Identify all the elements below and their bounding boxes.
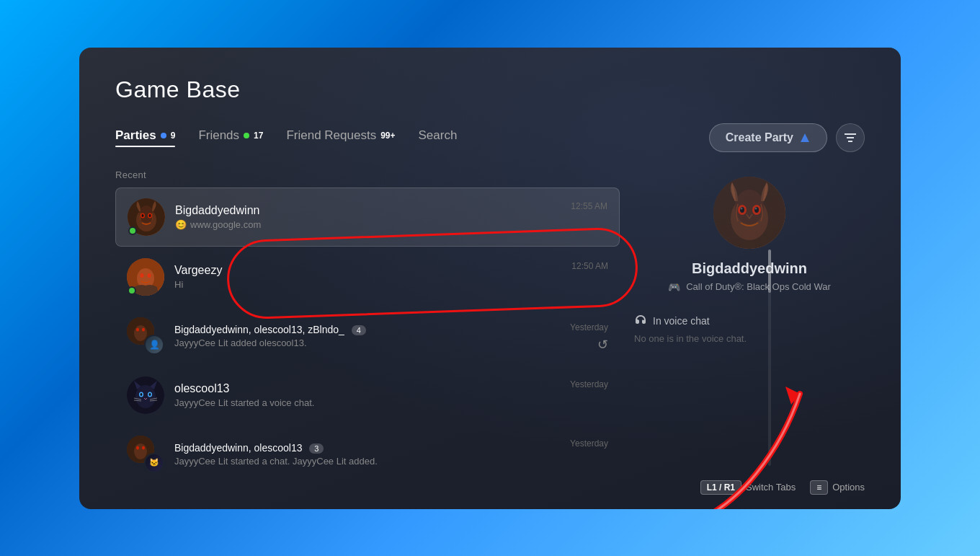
chat-time-2: 12:50 AM bbox=[571, 258, 608, 271]
avatar-wrap-3: 👤 bbox=[127, 317, 164, 355]
right-panel: Bigdaddyedwinn 🎮 Call of Duty®: Black Op… bbox=[634, 169, 865, 501]
svg-point-9 bbox=[142, 214, 144, 217]
chat-url-1: www.google.com bbox=[190, 219, 261, 230]
filter-icon bbox=[843, 131, 858, 145]
tab-friend-requests-label: Friend Requests bbox=[286, 128, 376, 143]
avatar-group2-sub: 🐱 bbox=[144, 453, 164, 473]
chat-name-3: Bigdaddyedwinn, olescool13, zBlndo_ 4 bbox=[174, 324, 563, 335]
chat-preview-3: JayyyCee Lit added olescool13. bbox=[174, 337, 307, 348]
chat-time-5: Yesterday bbox=[570, 436, 608, 449]
svg-point-14 bbox=[148, 273, 151, 278]
chat-right-3: Yesterday ↺ bbox=[563, 319, 608, 353]
chat-sub-3: JayyyCee Lit added olescool13. bbox=[174, 337, 563, 348]
svg-point-43 bbox=[755, 207, 757, 209]
chat-list: Bigdaddyedwinn 😊 www.google.com 12:55 AM bbox=[115, 187, 620, 483]
tab-search[interactable]: Search bbox=[419, 128, 458, 147]
left-panel: Recent bbox=[115, 169, 634, 501]
tab-parties-label: Parties bbox=[115, 128, 156, 143]
voice-header: In voice chat bbox=[634, 314, 865, 327]
badge-4: 4 bbox=[352, 325, 366, 335]
chat-sub-1: 😊 www.google.com bbox=[175, 219, 564, 230]
chat-preview-5: JayyyCee Lit started a chat. JayyyCee Li… bbox=[174, 456, 378, 467]
voice-header-text: In voice chat bbox=[653, 315, 710, 327]
game-controller-icon: 🎮 bbox=[668, 281, 680, 293]
tabs-right: Create Party bbox=[709, 123, 865, 152]
chat-sub-5: JayyyCee Lit started a chat. JayyyCee Li… bbox=[174, 456, 563, 467]
chat-info-4: olescool13 JayyyCee Lit started a voice … bbox=[174, 382, 563, 408]
refresh-icon: ↺ bbox=[597, 337, 608, 353]
chat-name-1: Bigdaddyedwinn bbox=[175, 204, 564, 217]
switch-tabs-label: Switch Tabs bbox=[746, 482, 796, 493]
friends-badge: 17 bbox=[254, 131, 263, 141]
create-party-button[interactable]: Create Party bbox=[709, 123, 827, 152]
chat-time-4: Yesterday bbox=[570, 376, 608, 389]
friends-dot bbox=[244, 133, 249, 138]
cat-avatar-svg bbox=[127, 376, 164, 414]
tab-friend-requests[interactable]: Friend Requests 99+ bbox=[286, 128, 395, 147]
tab-friends-label: Friends bbox=[198, 128, 239, 143]
svg-point-32 bbox=[134, 444, 147, 459]
emoji-icon-1: 😊 bbox=[175, 219, 187, 230]
chat-item-group1[interactable]: 👤 Bigdaddyedwinn, olescool13, zBlndo_ 4 … bbox=[115, 307, 620, 365]
profile-avatar bbox=[713, 177, 785, 249]
chat-item-group2[interactable]: 🐱 Bigdaddyedwinn, olescool13 3 JayyyCee … bbox=[115, 425, 620, 483]
recent-label: Recent bbox=[115, 169, 620, 180]
content-area: Recent bbox=[115, 169, 865, 501]
options-badge: ≡ bbox=[810, 480, 828, 495]
chat-item-olescool13[interactable]: olescool13 JayyyCee Lit started a voice … bbox=[115, 366, 620, 424]
chat-item-bigdaddyedwinn[interactable]: Bigdaddyedwinn 😊 www.google.com 12:55 AM bbox=[115, 187, 620, 247]
avatar-wrap-4 bbox=[127, 376, 164, 414]
status-dot-2 bbox=[128, 286, 136, 295]
svg-marker-0 bbox=[801, 133, 809, 142]
friend-requests-badge: 99+ bbox=[380, 131, 395, 141]
create-party-label: Create Party bbox=[726, 131, 793, 144]
svg-point-34 bbox=[142, 446, 145, 449]
tabs-left: Parties 9 Friends 17 Friend Requests 99+… bbox=[115, 128, 457, 147]
main-panel: Game Base Parties 9 Friends 17 Friend Re… bbox=[79, 48, 901, 509]
chat-sub-2: Hi bbox=[174, 279, 564, 290]
chat-info-2: Vargeezy Hi bbox=[174, 264, 564, 290]
voice-section: In voice chat No one is in the voice cha… bbox=[634, 314, 865, 344]
filter-button[interactable] bbox=[836, 123, 865, 152]
avatar-wrap-2 bbox=[127, 258, 164, 296]
chat-name-5: Bigdaddyedwinn, olescool13 3 bbox=[174, 442, 563, 454]
status-dot-1 bbox=[128, 226, 137, 235]
avatar-group-sub: 👤 bbox=[144, 335, 164, 355]
profile-game: 🎮 Call of Duty®: Black Ops Cold War bbox=[668, 281, 831, 293]
svg-point-33 bbox=[136, 446, 139, 449]
chat-preview-4: JayyyCee Lit started a voice chat. bbox=[174, 397, 314, 408]
avatar-olescool bbox=[127, 376, 164, 414]
chat-time-3: Yesterday bbox=[570, 319, 608, 332]
chat-name-4: olescool13 bbox=[174, 382, 563, 395]
tab-friends[interactable]: Friends 17 bbox=[198, 128, 263, 147]
chat-name-2: Vargeezy bbox=[174, 264, 564, 277]
lr-badge: L1 / R1 bbox=[700, 480, 741, 495]
game-name: Call of Duty®: Black Ops Cold War bbox=[686, 281, 831, 292]
options-label: Options bbox=[832, 482, 865, 493]
svg-point-22 bbox=[135, 385, 156, 408]
chat-preview-2: Hi bbox=[174, 279, 183, 290]
chat-item-vargeezy[interactable]: Vargeezy Hi 12:50 AM bbox=[115, 248, 620, 306]
page-title: Game Base bbox=[115, 76, 865, 103]
svg-point-10 bbox=[149, 214, 151, 217]
chat-info-5: Bigdaddyedwinn, olescool13 3 JayyyCee Li… bbox=[174, 442, 563, 467]
triangle-icon bbox=[799, 132, 811, 144]
avatar-wrap-1 bbox=[128, 198, 165, 236]
parties-dot bbox=[161, 133, 166, 138]
chat-sub-4: JayyyCee Lit started a voice chat. bbox=[174, 397, 563, 408]
tabs-row: Parties 9 Friends 17 Friend Requests 99+… bbox=[115, 123, 865, 152]
parties-badge: 9 bbox=[171, 131, 176, 141]
profile-avatar-svg bbox=[713, 177, 785, 249]
svg-point-25 bbox=[141, 393, 143, 396]
svg-point-26 bbox=[149, 393, 151, 396]
svg-point-17 bbox=[136, 327, 139, 331]
avatar-wrap-5: 🐱 bbox=[127, 436, 164, 473]
svg-point-18 bbox=[142, 327, 145, 331]
tab-parties[interactable]: Parties 9 bbox=[115, 128, 175, 147]
svg-point-42 bbox=[741, 207, 743, 209]
badge-3: 3 bbox=[309, 444, 324, 454]
headset-icon bbox=[634, 314, 647, 327]
options-hint: ≡ Options bbox=[810, 480, 865, 495]
chat-time-1: 12:55 AM bbox=[571, 198, 607, 211]
profile-name: Bigdaddyedwinn bbox=[692, 260, 807, 277]
